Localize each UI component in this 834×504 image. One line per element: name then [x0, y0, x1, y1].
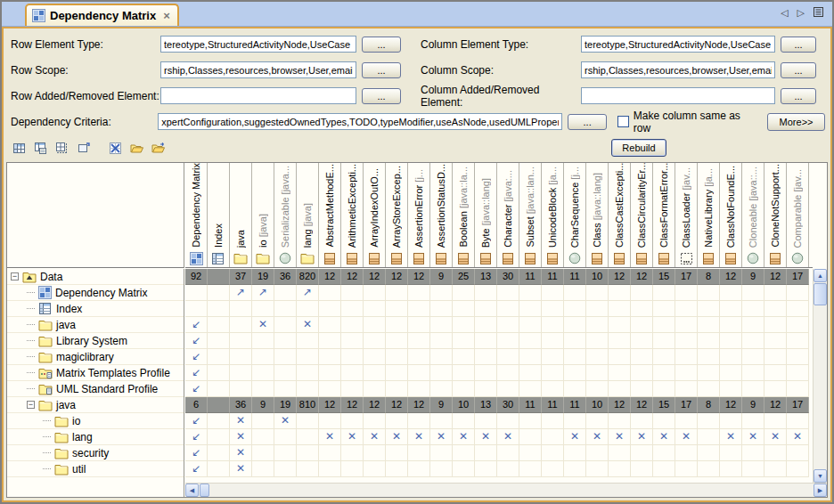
matrix-cell[interactable] [542, 381, 564, 397]
matrix-cell[interactable] [408, 445, 430, 461]
dependency-arrow[interactable]: ↗ [230, 285, 252, 301]
dependency-mark[interactable]: ✕ [386, 429, 408, 445]
tree-expander-icon[interactable]: − [11, 272, 19, 280]
matrix-cell[interactable] [252, 445, 274, 461]
matrix-cell[interactable] [208, 317, 230, 333]
horizontal-scrollbar[interactable]: ◀ ▶ [185, 483, 827, 497]
matrix-cell[interactable] [364, 285, 386, 301]
matrix-cell[interactable] [542, 317, 564, 333]
summary-cell[interactable]: 92 [185, 269, 208, 285]
matrix-cell[interactable] [742, 317, 764, 333]
matrix-cell[interactable] [297, 381, 319, 397]
summary-cell[interactable]: 9 [430, 269, 453, 285]
matrix-cell[interactable] [453, 461, 475, 477]
vertical-scroll-thumb[interactable] [814, 283, 827, 305]
matrix-cell[interactable] [653, 413, 675, 429]
matrix-cell[interactable] [764, 461, 787, 477]
column-scope-input[interactable] [581, 61, 775, 78]
tree-row[interactable]: −Data [7, 269, 184, 285]
dependency-arrow[interactable]: ↙ [185, 461, 208, 477]
matrix-cell[interactable] [564, 333, 586, 349]
summary-cell[interactable]: 12 [319, 269, 341, 285]
matrix-cell[interactable] [341, 381, 364, 397]
summary-cell[interactable]: 11 [564, 397, 586, 413]
matrix-cell[interactable] [609, 317, 631, 333]
matrix-cell[interactable] [764, 365, 787, 381]
matrix-cell[interactable] [475, 413, 497, 429]
matrix-cell[interactable] [653, 365, 675, 381]
matrix-cell[interactable] [475, 349, 497, 365]
matrix-cell[interactable] [631, 445, 653, 461]
matrix-cell[interactable] [208, 349, 230, 365]
matrix-cell[interactable] [386, 285, 408, 301]
matrix-cell[interactable] [319, 333, 341, 349]
matrix-cell[interactable] [609, 381, 631, 397]
matrix-cell[interactable] [252, 461, 274, 477]
matrix-cell[interactable] [453, 301, 475, 317]
dependency-criteria-input[interactable] [158, 113, 562, 130]
dependency-arrow[interactable]: ↙ [185, 349, 208, 365]
matrix-cell[interactable] [319, 285, 341, 301]
matrix-cell[interactable] [297, 349, 319, 365]
column-header[interactable]: CharSequence [j... [564, 163, 586, 267]
column-header[interactable]: Dependency Matrix [185, 163, 208, 267]
matrix-cell[interactable] [408, 461, 430, 477]
matrix-cell[interactable] [764, 445, 787, 461]
matrix-cell[interactable] [742, 285, 764, 301]
matrix-cell[interactable] [274, 333, 297, 349]
matrix-cell[interactable] [631, 333, 653, 349]
matrix-cell[interactable] [653, 285, 675, 301]
column-added-removed-input[interactable] [581, 87, 775, 104]
matrix-cell[interactable] [631, 461, 653, 477]
column-header[interactable]: UnicodeBlock [ja... [542, 163, 564, 267]
matrix-cell[interactable] [208, 413, 230, 429]
matrix-cell[interactable] [497, 285, 519, 301]
matrix-cell[interactable] [542, 301, 564, 317]
column-header[interactable]: Byte [java::lang] [475, 163, 497, 267]
column-header[interactable]: ClassLoader [jav... [675, 163, 698, 267]
matrix-cell[interactable] [653, 333, 675, 349]
matrix-cell[interactable] [319, 301, 341, 317]
matrix-cell[interactable] [475, 333, 497, 349]
summary-cell[interactable]: 12 [364, 397, 386, 413]
matrix-cell[interactable] [453, 317, 475, 333]
matrix-cell[interactable] [319, 317, 341, 333]
column-header[interactable]: io [java] [252, 163, 274, 267]
matrix-cell[interactable] [586, 381, 609, 397]
matrix-cell[interactable] [430, 285, 453, 301]
matrix-cell[interactable] [675, 461, 698, 477]
matrix-cell[interactable] [675, 365, 698, 381]
column-header[interactable]: Comparable [jav... [787, 163, 809, 267]
summary-cell[interactable]: 820 [297, 269, 319, 285]
matrix-cell[interactable] [341, 301, 364, 317]
matrix-cell[interactable] [519, 381, 542, 397]
matrix-cell[interactable] [675, 285, 698, 301]
row-added-removed-browse-button[interactable]: ... [362, 88, 401, 104]
summary-cell[interactable]: 12 [631, 397, 653, 413]
matrix-cell[interactable] [475, 461, 497, 477]
summary-cell[interactable]: 12 [720, 397, 742, 413]
dependency-arrow[interactable]: ↗ [297, 285, 319, 301]
matrix-cell[interactable] [742, 381, 764, 397]
matrix-cell[interactable] [586, 301, 609, 317]
matrix-cell[interactable] [252, 301, 274, 317]
column-header[interactable]: lang [java] [297, 163, 319, 267]
matrix-cell[interactable] [274, 301, 297, 317]
matrix-cell[interactable] [274, 445, 297, 461]
matrix-cell[interactable] [252, 381, 274, 397]
column-header[interactable]: Serializable [java... [274, 163, 297, 267]
summary-cell[interactable]: 12 [609, 269, 631, 285]
column-header[interactable]: Class [java::lang] [586, 163, 609, 267]
matrix-cell[interactable] [764, 349, 787, 365]
tree-row[interactable]: io [7, 413, 184, 429]
matrix-cell[interactable] [475, 317, 497, 333]
matrix-cell[interactable] [586, 285, 609, 301]
summary-cell[interactable]: 12 [408, 269, 430, 285]
matrix-cell[interactable] [542, 285, 564, 301]
matrix-cell[interactable] [675, 349, 698, 365]
summary-cell[interactable] [208, 269, 230, 285]
summary-cell[interactable]: 10 [453, 397, 475, 413]
summary-cell[interactable]: 12 [631, 269, 653, 285]
column-header[interactable]: Character [java:... [497, 163, 519, 267]
matrix-cell[interactable] [386, 445, 408, 461]
